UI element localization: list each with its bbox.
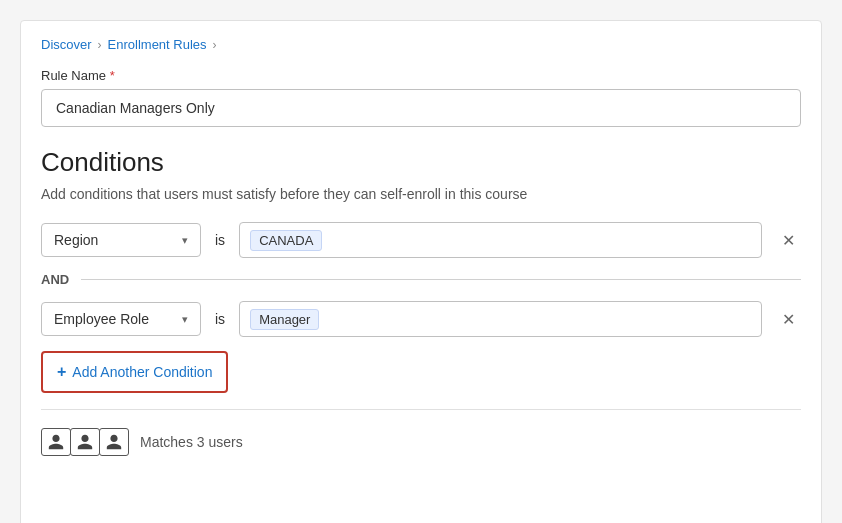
- page-container: Discover › Enrollment Rules › Rule Name …: [20, 20, 822, 523]
- condition2-value-container[interactable]: Manager: [239, 301, 762, 337]
- matches-text: Matches 3 users: [140, 434, 243, 450]
- breadcrumb: Discover › Enrollment Rules ›: [41, 37, 801, 52]
- breadcrumb-enrollment-rules[interactable]: Enrollment Rules: [108, 37, 207, 52]
- condition2-field-dropdown[interactable]: Employee Role ▾: [41, 302, 201, 336]
- plus-icon: +: [57, 363, 66, 381]
- and-label: AND: [41, 272, 69, 287]
- condition2-remove-button[interactable]: ✕: [776, 306, 801, 333]
- breadcrumb-separator-1: ›: [98, 38, 102, 52]
- user-icon-3: [99, 428, 129, 456]
- chevron-down-icon: ▾: [182, 234, 188, 247]
- user-icon-1: [41, 428, 71, 456]
- breadcrumb-separator-2: ›: [213, 38, 217, 52]
- add-another-condition-button[interactable]: + Add Another Condition: [41, 351, 228, 393]
- condition1-value-tag: CANADA: [250, 230, 322, 251]
- conditions-title: Conditions: [41, 147, 801, 178]
- condition2-field-label: Employee Role: [54, 311, 149, 327]
- condition1-field-dropdown[interactable]: Region ▾: [41, 223, 201, 257]
- breadcrumb-discover[interactable]: Discover: [41, 37, 92, 52]
- condition2-value-tag: Manager: [250, 309, 319, 330]
- and-divider-line: [81, 279, 801, 280]
- condition1-value-container[interactable]: CANADA: [239, 222, 762, 258]
- rule-name-label: Rule Name *: [41, 68, 801, 83]
- condition1-operator: is: [211, 232, 229, 248]
- condition1-remove-button[interactable]: ✕: [776, 227, 801, 254]
- bottom-divider: [41, 409, 801, 410]
- rule-name-field: Rule Name *: [41, 68, 801, 147]
- condition2-operator: is: [211, 311, 229, 327]
- rule-name-input[interactable]: [41, 89, 801, 127]
- user-icon-2: [70, 428, 100, 456]
- condition-row-2: Employee Role ▾ is Manager ✕: [41, 301, 801, 337]
- users-icon-group: [41, 428, 128, 456]
- add-condition-label: Add Another Condition: [72, 364, 212, 380]
- conditions-description: Add conditions that users must satisfy b…: [41, 186, 801, 202]
- and-separator: AND: [41, 272, 801, 287]
- matches-row: Matches 3 users: [41, 424, 801, 460]
- condition1-field-label: Region: [54, 232, 98, 248]
- condition-row-1: Region ▾ is CANADA ✕: [41, 222, 801, 258]
- chevron-down-icon-2: ▾: [182, 313, 188, 326]
- required-indicator: *: [110, 68, 115, 83]
